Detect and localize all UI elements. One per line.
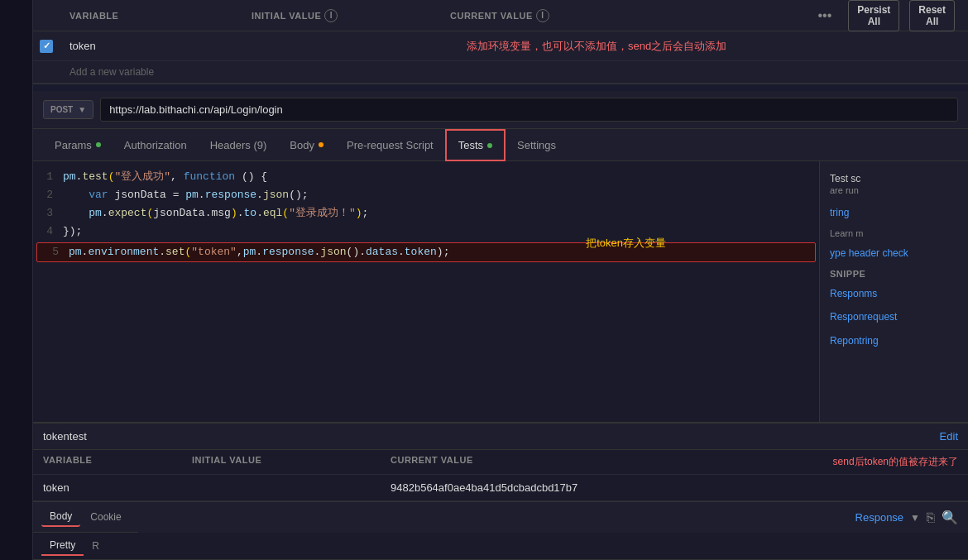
response-tab-area: Response ▼ ⎘ 🔍 bbox=[846, 505, 968, 530]
snippet-response-string[interactable]: Repontring bbox=[820, 329, 968, 353]
test-run-label: are run bbox=[830, 185, 859, 195]
snippets-section-label: SNIPPE bbox=[820, 266, 968, 282]
tests-dot bbox=[487, 143, 492, 148]
initial-value-info-icon[interactable]: i bbox=[324, 9, 338, 22]
variable-row: token 添加环境变量，也可以不添加值，send之后会自动添加 bbox=[33, 31, 968, 61]
line-num-5: 5 bbox=[39, 243, 69, 261]
variable-checkbox[interactable] bbox=[40, 40, 53, 53]
copy-icon[interactable]: ⎘ bbox=[927, 510, 935, 525]
code-content-5: pm.environment.set("token",pm.response.j… bbox=[69, 243, 813, 261]
variables-header: VARIABLE INITIAL VALUE i CURRENT VALUE i… bbox=[33, 0, 968, 31]
body-dot bbox=[319, 142, 323, 147]
line-num-1: 1 bbox=[33, 168, 63, 186]
code-line-1: 1 pm.test("登入成功", function () { bbox=[33, 168, 819, 186]
annotation-env-variable: 添加环境变量，也可以不添加值，send之后会自动添加 bbox=[450, 40, 726, 52]
token-current-value-cell: 9482b564af0ae4ba41d5dcbadcbd17b7 bbox=[391, 481, 958, 494]
tabs-row: Params Authorization Headers (9) Body Pr… bbox=[33, 129, 968, 161]
pretty-tab[interactable]: Pretty bbox=[41, 536, 84, 556]
params-dot bbox=[96, 142, 101, 147]
edit-button[interactable]: Edit bbox=[940, 430, 958, 443]
persist-all-button[interactable]: Persist All bbox=[848, 0, 899, 31]
current-value-info-icon[interactable]: i bbox=[536, 9, 549, 22]
code-line-2: 2 var jsonData = pm.response.json(); bbox=[33, 186, 819, 204]
bottom-header: tokentest Edit bbox=[33, 424, 968, 450]
tab-body-response[interactable]: Body bbox=[41, 507, 80, 527]
url-bar: POST ▼ bbox=[33, 91, 968, 129]
pretty-tab-row: Pretty R bbox=[33, 533, 968, 560]
add-new-variable[interactable]: Add a new variable bbox=[33, 61, 968, 84]
header-actions: ••• Persist All Reset All bbox=[829, 0, 961, 31]
snippet-response-request[interactable]: Responrequest bbox=[820, 305, 968, 329]
more-options-button[interactable]: ••• bbox=[817, 8, 831, 23]
code-content-1: pm.test("登入成功", function () { bbox=[63, 168, 819, 186]
code-content-2: var jsonData = pm.response.json(); bbox=[63, 186, 819, 204]
tab-settings[interactable]: Settings bbox=[506, 131, 568, 160]
token-variable-cell: token bbox=[43, 481, 192, 494]
variables-panel: VARIABLE INITIAL VALUE i CURRENT VALUE i… bbox=[33, 0, 968, 84]
raw-tab[interactable]: R bbox=[84, 537, 108, 555]
bottom-tabs-row: Body Cookie Response ▼ ⎘ 🔍 bbox=[33, 501, 968, 533]
tab-body[interactable]: Body bbox=[278, 131, 335, 160]
tab-cookies-response[interactable]: Cookie bbox=[82, 508, 129, 526]
token-mini-row: token 9482b564af0ae4ba41d5dcbadcbd17b7 bbox=[33, 475, 968, 501]
code-line-5: 5 pm.environment.set("token",pm.response… bbox=[36, 242, 816, 262]
code-line-4: 4 }); bbox=[33, 223, 819, 241]
tab-headers[interactable]: Headers (9) bbox=[199, 131, 279, 160]
editor-area: 1 pm.test("登入成功", function () { 2 var js… bbox=[33, 161, 968, 422]
snippet-string[interactable]: tring bbox=[820, 201, 968, 225]
tokentest-panel: tokentest Edit VARIABLE INITIAL VALUE CU… bbox=[33, 422, 968, 501]
current-value-col-header: CURRENT VALUE i bbox=[450, 9, 829, 22]
code-content-3: pm.expect(jsonData.msg).to.eql("登录成功！"); bbox=[63, 204, 819, 223]
variable-name: token bbox=[69, 40, 96, 52]
code-line-3: 3 pm.expect(jsonData.msg).to.eql("登录成功！"… bbox=[33, 204, 819, 223]
left-sidebar-strip bbox=[0, 0, 33, 560]
env-name: tokentest bbox=[43, 430, 87, 443]
method-select[interactable]: POST ▼ bbox=[43, 100, 93, 119]
line-num-3: 3 bbox=[33, 204, 63, 223]
code-panel[interactable]: 1 pm.test("登入成功", function () { 2 var js… bbox=[33, 161, 819, 422]
variable-col-header: VARIABLE bbox=[69, 11, 252, 21]
snippets-panel: Test sc are run tring Learn m ype header… bbox=[819, 161, 968, 422]
learn-more-label: Learn m bbox=[820, 225, 968, 242]
method-chevron: ▼ bbox=[78, 105, 86, 114]
initial-value-col-header: INITIAL VALUE i bbox=[252, 9, 450, 22]
current-value-mini-header: CURRENT VALUE bbox=[391, 455, 817, 469]
tab-tests[interactable]: Tests bbox=[445, 129, 506, 161]
response-tab-label[interactable]: Response bbox=[855, 511, 904, 524]
main-panel: POST ▼ Params Authorization Headers (9) … bbox=[33, 91, 968, 560]
var-table-mini-header: VARIABLE INITIAL VALUE CURRENT VALUE sen… bbox=[33, 450, 968, 475]
url-input[interactable] bbox=[100, 98, 958, 122]
snippet-response-ms[interactable]: Responms bbox=[820, 282, 968, 306]
response-chevron[interactable]: ▼ bbox=[910, 512, 920, 524]
reset-all-button[interactable]: Reset All bbox=[909, 0, 955, 31]
annotation-send-label: send后token的值被存进来了 bbox=[833, 455, 958, 469]
snippet-header-check[interactable]: ype header check bbox=[820, 242, 968, 266]
code-content-4: }); bbox=[63, 223, 819, 241]
initial-value-mini-header: INITIAL VALUE bbox=[192, 455, 391, 469]
variable-mini-header: VARIABLE bbox=[43, 455, 192, 469]
body-tabs: Body Cookie bbox=[33, 502, 138, 533]
line-num-2: 2 bbox=[33, 186, 63, 204]
tab-authorization[interactable]: Authorization bbox=[113, 131, 199, 160]
method-label: POST bbox=[50, 105, 73, 114]
search-icon[interactable]: 🔍 bbox=[942, 510, 958, 525]
test-script-snippet-label: Test sc bbox=[830, 173, 860, 184]
tab-params[interactable]: Params bbox=[43, 131, 113, 160]
line-num-4: 4 bbox=[33, 223, 63, 241]
tab-pre-request-script[interactable]: Pre-request Script bbox=[335, 131, 445, 160]
